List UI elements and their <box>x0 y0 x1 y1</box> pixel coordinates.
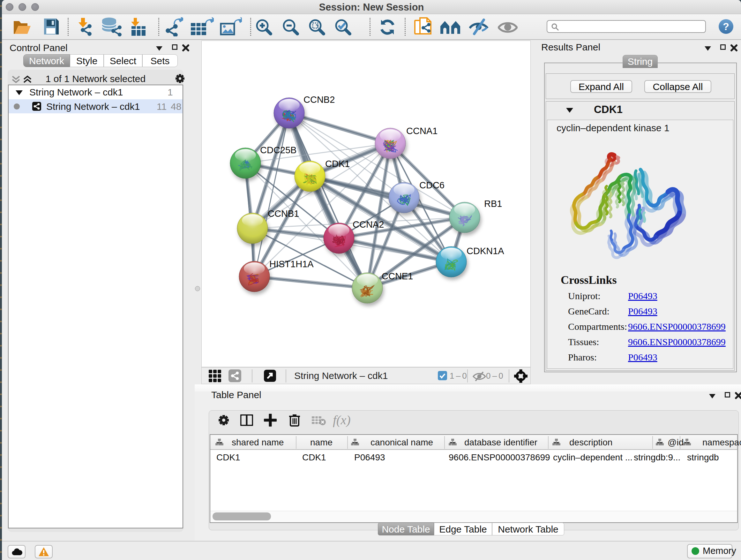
svg-text:HIST1H1A: HIST1H1A <box>269 259 314 269</box>
svg-text:RB1: RB1 <box>484 199 502 209</box>
svg-text:CDC25B: CDC25B <box>260 145 296 155</box>
svg-text:CDK1: CDK1 <box>325 159 350 169</box>
svg-text:CCNA2: CCNA2 <box>353 219 384 230</box>
svg-text:CCNB2: CCNB2 <box>304 95 335 105</box>
svg-text:CCNB1: CCNB1 <box>268 208 299 219</box>
svg-text:CDKN1A: CDKN1A <box>467 246 504 256</box>
svg-text:CDC6: CDC6 <box>419 180 445 190</box>
svg-text:CCNE1: CCNE1 <box>382 271 413 281</box>
svg-text:CCNA1: CCNA1 <box>406 126 437 136</box>
